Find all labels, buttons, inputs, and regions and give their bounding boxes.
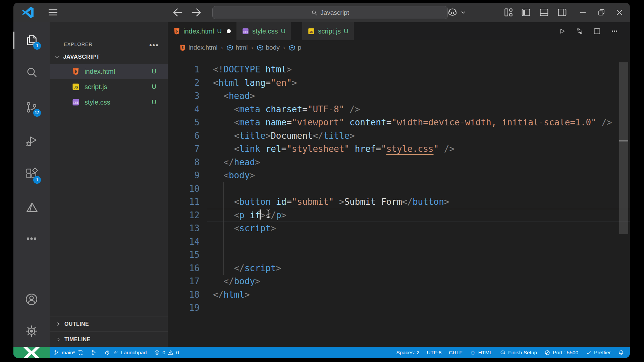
- code-line-15: 15: [168, 248, 630, 262]
- sidebar-section-timeline[interactable]: TIMELINE: [50, 331, 168, 347]
- close-icon[interactable]: [614, 7, 625, 18]
- copilot-icon[interactable]: [447, 7, 458, 18]
- file-item-index.html[interactable]: 5index.htmlU: [50, 64, 168, 79]
- rocket-icon: [104, 350, 110, 356]
- sidebar-sections: OUTLINETIMELINE: [50, 316, 168, 347]
- line-number: 12: [168, 209, 200, 222]
- file-item-style.css[interactable]: CSSstyle.cssU: [50, 95, 168, 110]
- line-content: </html>: [200, 288, 250, 302]
- status-language-mode[interactable]: { }HTML: [466, 347, 496, 358]
- split-editor-icon[interactable]: [593, 27, 601, 35]
- toggle-secondary-sidebar-icon[interactable]: [557, 7, 568, 18]
- status-launchpad[interactable]: Launchpad: [101, 347, 151, 358]
- file-item-script.js[interactable]: JSscript.jsU: [50, 79, 168, 95]
- restore-icon[interactable]: [596, 7, 607, 18]
- sidebar-section-outline[interactable]: OUTLINE: [50, 316, 168, 331]
- breadcrumb-item-html[interactable]: html: [226, 44, 248, 51]
- chevron-down-icon[interactable]: [460, 9, 467, 16]
- svg-text:5: 5: [75, 69, 77, 73]
- command-center-search[interactable]: Javascript: [212, 6, 448, 19]
- git-graph-icon: [91, 350, 97, 356]
- status-indentation[interactable]: Spaces: 2: [392, 347, 423, 358]
- code-line-4: 4 <meta charset="UTF-8" />: [168, 103, 630, 116]
- activity-item-account[interactable]: [23, 291, 40, 307]
- menu-icon[interactable]: [47, 7, 59, 18]
- line-content: <p if></p>: [200, 209, 286, 222]
- line-number: 4: [168, 103, 200, 116]
- activity-item-extensions[interactable]: 1: [23, 166, 40, 182]
- tab-script.js[interactable]: JSscript.jsU: [302, 22, 354, 40]
- file-name: script.js: [85, 83, 152, 91]
- customize-layout-icon[interactable]: [503, 7, 514, 18]
- bell-icon: [618, 350, 624, 356]
- chevron-right-sm-icon: [56, 337, 61, 342]
- views-more-actions-icon[interactable]: •••: [149, 44, 159, 47]
- status-right-group: Spaces: 2UTF-8CRLF{ }HTMLFinish SetupPor…: [392, 347, 628, 358]
- line-content: [200, 235, 213, 249]
- activity-item-explorer[interactable]: 1: [23, 32, 40, 48]
- run-icon[interactable]: [558, 27, 566, 35]
- activity-item-prism[interactable]: [23, 200, 40, 216]
- status-git-branch-status[interactable]: main*: [50, 347, 87, 358]
- modified-dot-icon[interactable]: [227, 29, 231, 33]
- status-encoding[interactable]: UTF-8: [423, 347, 445, 358]
- code-line-8: 8 </head>: [168, 156, 630, 169]
- html5-icon: 5: [173, 27, 180, 35]
- toggle-panel-icon[interactable]: [539, 7, 549, 18]
- minimize-icon[interactable]: [578, 7, 588, 18]
- toggle-primary-sidebar-icon[interactable]: [521, 7, 531, 18]
- git-status-badge: U: [152, 68, 156, 75]
- cube-icon: [288, 44, 296, 51]
- status-text: main*: [62, 350, 75, 356]
- folder-row-javascript[interactable]: JAVASCRIPT: [50, 50, 168, 64]
- active-view-indicator: [13, 32, 14, 49]
- open-changes-icon[interactable]: [576, 27, 584, 35]
- folder-name: JAVASCRIPT: [63, 54, 100, 60]
- activity-item-run-and-debug[interactable]: [23, 133, 40, 149]
- code-line-13: 13 <script>: [168, 222, 630, 235]
- code-editor[interactable]: 1<!DOCTYPE html>2<html lang="en">3 <head…: [168, 55, 630, 347]
- status-git-graph[interactable]: [87, 347, 101, 358]
- status-live-server-port[interactable]: Port : 5500: [541, 347, 582, 358]
- status-notifications[interactable]: [614, 347, 628, 358]
- chevron-down-icon: [54, 54, 60, 60]
- status-text: HTML: [478, 350, 492, 356]
- activity-item-source-control[interactable]: 12: [23, 99, 40, 115]
- status-prettier[interactable]: Prettier: [582, 347, 614, 358]
- code-line-11: 11 <button id="submit" >Submit Form</but…: [168, 195, 630, 209]
- line-content: <button id="submit" >Submit Form</button…: [200, 195, 449, 209]
- status-bar: main*Launchpad00Spaces: 2UTF-8CRLF{ }HTM…: [13, 347, 630, 358]
- editor-actions: [558, 22, 630, 40]
- editor-scrollbar[interactable]: [619, 62, 628, 234]
- forward-arrow-icon[interactable]: [190, 6, 202, 18]
- breadcrumb-item-p[interactable]: p: [288, 44, 302, 51]
- back-arrow-icon[interactable]: [172, 6, 184, 18]
- code-line-17: 17 </body>: [168, 275, 630, 288]
- code-line-2: 2<html lang="en">: [168, 76, 630, 90]
- more-actions-icon[interactable]: [610, 27, 619, 35]
- tab-title: style.css: [252, 27, 278, 35]
- status-remote-indicator[interactable]: [13, 347, 50, 358]
- line-content: [200, 301, 213, 315]
- activity-item-more-actions[interactable]: [23, 231, 40, 247]
- code-lines: 1<!DOCTYPE html>2<html lang="en">3 <head…: [168, 63, 630, 315]
- line-content: </body>: [200, 275, 260, 288]
- status-problems[interactable]: 00: [150, 347, 182, 358]
- html5-icon: 5: [72, 67, 80, 75]
- warning-icon: [168, 350, 174, 356]
- git-status-badge: U: [217, 27, 222, 35]
- line-number: 11: [168, 195, 200, 209]
- breadcrumb-item-index.html[interactable]: 5index.html: [179, 44, 218, 51]
- tab-style.css[interactable]: CSSstyle.cssU: [236, 22, 291, 40]
- status-copilot-finish-setup[interactable]: Finish Setup: [496, 347, 541, 358]
- tab-index.html[interactable]: 5index.htmlU: [168, 22, 236, 40]
- breadcrumb-label: index.html: [189, 44, 218, 51]
- line-content: </script>: [200, 262, 281, 275]
- activity-item-settings[interactable]: [23, 323, 40, 339]
- line-content: [200, 182, 213, 196]
- code-line-16: 16 </script>: [168, 262, 630, 275]
- breadcrumb-item-body[interactable]: body: [257, 44, 280, 51]
- status-eol[interactable]: CRLF: [445, 347, 466, 358]
- activity-item-search[interactable]: [23, 64, 40, 80]
- search-big-icon: [24, 65, 39, 79]
